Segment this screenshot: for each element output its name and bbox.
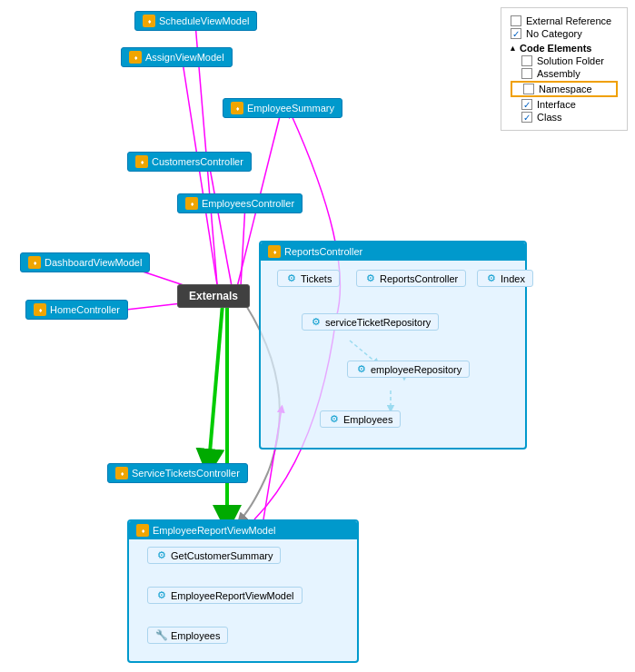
- item-employee-repository[interactable]: ⚙ employeeRepository: [347, 361, 470, 378]
- svg-line-1: [182, 56, 218, 291]
- item-index[interactable]: ⚙ Index: [477, 270, 533, 287]
- class-icon: ⬧: [34, 303, 46, 316]
- legend-section-code-elements: ▴ Code Elements: [511, 43, 618, 54]
- class-icon: ⬧: [136, 524, 149, 537]
- node-service-tickets-controller[interactable]: ⬧ ServiceTicketsController: [107, 463, 248, 483]
- container-employee-report-viewmodel: ⬧ EmployeeReportViewModel ⚙ GetCustomerS…: [127, 519, 359, 663]
- class-icon: ⬧: [185, 197, 198, 210]
- node-customers-controller[interactable]: ⬧ CustomersController: [127, 152, 252, 172]
- svg-line-7: [209, 304, 223, 463]
- class-icon: ⬧: [129, 51, 142, 64]
- node-employees-controller[interactable]: ⬧ EmployeesController: [177, 193, 303, 213]
- node-home-controller[interactable]: ⬧ HomeController: [25, 300, 128, 320]
- node-assign-viewmodel[interactable]: ⬧ AssignViewModel: [121, 47, 233, 67]
- legend-checkbox-solution-folder[interactable]: [521, 55, 532, 66]
- node-label: DashboardViewModel: [45, 257, 142, 268]
- legend-checkbox-namespace[interactable]: [523, 84, 534, 94]
- gear-icon: ⚙: [328, 413, 340, 425]
- gear-icon: ⚙: [285, 272, 297, 284]
- item-service-ticket-repository[interactable]: ⚙ serviceTicketRepository: [302, 313, 439, 331]
- node-label: EmployeesController: [202, 198, 294, 209]
- diagram-container: ⬧ ScheduleViewModel ⬧ AssignViewModel ⬧ …: [0, 0, 635, 672]
- container-title-employee-report: ⬧ EmployeeReportViewModel: [129, 521, 357, 539]
- legend-checkbox-external[interactable]: [511, 15, 521, 26]
- wrench-icon: 🔧: [155, 629, 167, 641]
- class-icon: ⬧: [231, 102, 243, 114]
- class-icon: ⬧: [143, 15, 155, 27]
- node-label: Externals: [189, 290, 238, 302]
- node-schedule-viewmodel[interactable]: ⬧ ScheduleViewModel: [134, 11, 257, 31]
- gear-icon: ⚙: [485, 272, 497, 284]
- class-icon: ⬧: [268, 245, 281, 258]
- node-label: EmployeeSummary: [247, 103, 334, 114]
- gear-icon: ⚙: [355, 363, 367, 375]
- legend-item-solution-folder: Solution Folder: [511, 55, 618, 66]
- node-externals[interactable]: Externals: [177, 284, 250, 308]
- item-employees-bottom[interactable]: 🔧 Employees: [147, 627, 228, 644]
- node-label: CustomersController: [152, 156, 243, 167]
- svg-line-3: [209, 163, 232, 286]
- legend-panel: External Reference ✓ No Category ▴ Code …: [501, 7, 628, 131]
- legend-item-interface: ✓ Interface: [511, 99, 618, 110]
- item-reports-controller[interactable]: ⚙ ReportsController: [356, 270, 466, 287]
- node-label: AssignViewModel: [145, 52, 224, 63]
- legend-checkbox-no-category[interactable]: ✓: [511, 28, 521, 39]
- container-reports-controller: ⬧ ReportsController ⚙ Tickets ⚙ ReportsC…: [259, 241, 527, 450]
- node-label: ScheduleViewModel: [159, 15, 249, 26]
- node-label: ServiceTicketsController: [132, 468, 240, 479]
- svg-line-4: [241, 204, 245, 286]
- node-dashboard-viewmodel[interactable]: ⬧ DashboardViewModel: [20, 252, 150, 272]
- item-tickets[interactable]: ⚙ Tickets: [277, 270, 340, 287]
- legend-item-namespace: Namespace: [511, 81, 618, 97]
- collapse-icon[interactable]: ▴: [511, 44, 515, 53]
- legend-item-assembly: Assembly: [511, 68, 618, 79]
- legend-item-class: ✓ Class: [511, 112, 618, 123]
- container-title-reports: ⬧ ReportsController: [261, 242, 525, 261]
- legend-checkbox-class[interactable]: ✓: [521, 112, 532, 123]
- node-label: HomeController: [50, 304, 120, 315]
- node-employee-summary[interactable]: ⬧ EmployeeSummary: [223, 98, 342, 118]
- class-icon: ⬧: [115, 467, 128, 479]
- gear-icon: ⚙: [364, 272, 376, 284]
- legend-checkbox-assembly[interactable]: [521, 68, 532, 79]
- item-employee-report-viewmodel[interactable]: ⚙ EmployeeReportViewModel: [147, 587, 303, 604]
- legend-checkbox-interface[interactable]: ✓: [521, 99, 532, 110]
- legend-item-external: External Reference: [511, 15, 618, 26]
- gear-icon: ⚙: [155, 549, 167, 561]
- gear-icon: ⚙: [310, 316, 322, 328]
- class-icon: ⬧: [135, 155, 148, 168]
- item-get-customer-summary[interactable]: ⚙ GetCustomerSummary: [147, 547, 281, 564]
- item-employees-reports[interactable]: ⚙ Employees: [320, 410, 401, 428]
- class-icon: ⬧: [28, 256, 41, 269]
- legend-item-no-category: ✓ No Category: [511, 28, 618, 39]
- gear-icon: ⚙: [155, 589, 167, 601]
